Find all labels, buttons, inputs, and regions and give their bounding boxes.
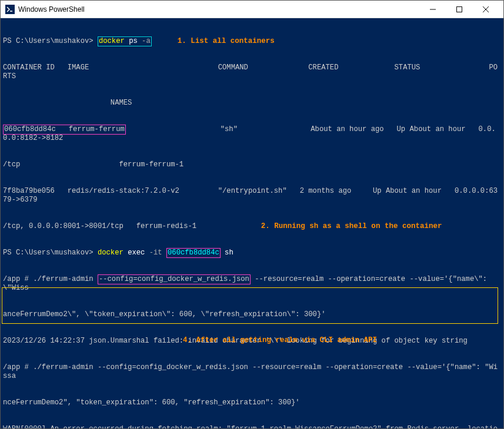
term-line: /app # ./ferrum-admin --config=config_do…: [3, 363, 501, 381]
container-row-2: 7f8ba79be056 redis/redis-stack:7.2.0-v2 …: [3, 187, 501, 205]
terminal-area[interactable]: PS C:\Users\mushakov> docker ps -a 1. Li…: [1, 18, 503, 428]
config-highlight-1: --config=config_docker_w_redis.json: [98, 274, 251, 284]
header-line: CONTAINER ID IMAGE COMMAND CREATED STATU…: [3, 63, 501, 81]
term-line: anceFerrumDemo2\", \"token_expiration\":…: [3, 310, 501, 319]
titlebar: Windows PowerShell: [1, 1, 503, 18]
prompt-line-1: PS C:\Users\mushakov> docker ps -a 1. Li…: [3, 37, 501, 46]
prompt-path: PS C:\Users\mushakov>: [3, 37, 94, 45]
docker-ps-highlight: docker ps -a: [98, 36, 152, 46]
container-id-highlight: 060cfb8dd84c: [166, 248, 221, 258]
container-row-1: 060cfb8dd84c ferrum-ferrum "sh" About an…: [3, 125, 501, 143]
annotation-1: 1. List all containers: [178, 37, 275, 45]
minimize-button[interactable]: [419, 1, 446, 18]
container-row-2b: /tcp, 0.0.0.0:8001->8001/tcp ferrum-redi…: [3, 222, 501, 231]
term-line: nceFerrumDemo2", "token_expiration": 600…: [3, 398, 501, 407]
maximize-button[interactable]: [446, 1, 472, 18]
container-row-1b: /tcp ferrum-ferrum-1: [3, 160, 501, 169]
powershell-window: Windows PowerShell PS C:\Users\mushakov>…: [0, 0, 504, 429]
close-button[interactable]: [472, 1, 499, 18]
container1-highlight: 060cfb8dd84c ferrum-ferrum: [3, 125, 126, 135]
term-line: /app # ./ferrum-admin --config=config_do…: [3, 275, 501, 293]
svg-rect-2: [456, 6, 462, 12]
term-line: WARN[0000] An error occurred during fetc…: [3, 425, 501, 428]
titlebar-controls: [419, 1, 499, 18]
header-line-2: NAMES: [3, 99, 501, 108]
prompt-line-2: PS C:\Users\mushakov> docker exec -it 06…: [3, 249, 501, 257]
annotation-2: 2. Running sh as a shell on the containe…: [261, 222, 442, 230]
annotation-5: 4. After all getting realm via CLI admin…: [183, 336, 377, 345]
window-title: Windows PowerShell: [18, 5, 419, 14]
powershell-icon: [5, 5, 15, 14]
